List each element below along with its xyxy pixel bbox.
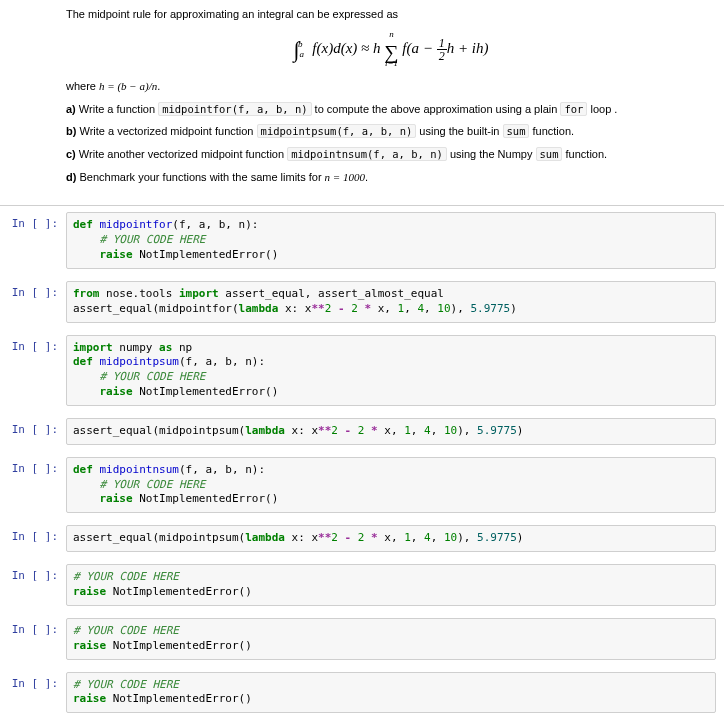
code-input[interactable]: # YOUR CODE HERE raise NotImplementedErr… <box>66 618 716 660</box>
input-prompt: In [ ]: <box>0 564 66 606</box>
code-input[interactable]: assert_equal(midpointpsum(lambda x: x**2… <box>66 525 716 552</box>
input-prompt: In [ ]: <box>0 281 66 323</box>
code-inline: midpointfor(f, a, b, n) <box>158 102 311 116</box>
code-cell: In [ ]:assert_equal(midpointpsum(lambda … <box>0 412 724 451</box>
input-prompt: In [ ]: <box>0 457 66 514</box>
code-input[interactable]: from nose.tools import assert_equal, ass… <box>66 281 716 323</box>
input-prompt: In [ ]: <box>0 418 66 445</box>
markdown-cell: The midpoint rule for approximating an i… <box>0 6 724 199</box>
input-prompt: In [ ]: <box>0 335 66 406</box>
input-prompt: In [ ]: <box>0 618 66 660</box>
code-cell: In [ ]:from nose.tools import assert_equ… <box>0 275 724 329</box>
code-cell: In [ ]:def midpointfor(f, a, b, n): # YO… <box>0 206 724 275</box>
item-a: a) Write a function midpointfor(f, a, b,… <box>66 101 716 118</box>
intro-line: The midpoint rule for approximating an i… <box>66 6 716 23</box>
code-input[interactable]: def midpointnsum(f, a, b, n): # YOUR COD… <box>66 457 716 514</box>
code-cell: In [ ]:# YOUR CODE HERE raise NotImpleme… <box>0 666 724 714</box>
item-c: c) Write another vectorized midpoint fun… <box>66 146 716 163</box>
code-cell: In [ ]:assert_equal(midpointpsum(lambda … <box>0 519 724 558</box>
input-prompt: In [ ]: <box>0 212 66 269</box>
code-cell: In [ ]:# YOUR CODE HERE raise NotImpleme… <box>0 612 724 666</box>
code-input[interactable]: import numpy as np def midpointpsum(f, a… <box>66 335 716 406</box>
code-cell: In [ ]:# YOUR CODE HERE raise NotImpleme… <box>0 558 724 612</box>
code-input[interactable]: # YOUR CODE HERE raise NotImplementedErr… <box>66 672 716 714</box>
code-input[interactable]: def midpointfor(f, a, b, n): # YOUR CODE… <box>66 212 716 269</box>
code-cell: In [ ]:import numpy as np def midpointps… <box>0 329 724 412</box>
input-prompt: In [ ]: <box>0 672 66 714</box>
code-inline: midpointpsum(f, a, b, n) <box>257 124 417 138</box>
notebook: The midpoint rule for approximating an i… <box>0 6 724 713</box>
input-prompt: In [ ]: <box>0 525 66 552</box>
code-cell: In [ ]:def midpointnsum(f, a, b, n): # Y… <box>0 451 724 520</box>
code-input[interactable]: # YOUR CODE HERE raise NotImplementedErr… <box>66 564 716 606</box>
code-inline: midpointnsum(f, a, b, n) <box>287 147 447 161</box>
item-b: b) Write a vectorized midpoint function … <box>66 123 716 140</box>
where-line: where h = (b − a)/n. <box>66 78 716 95</box>
code-inline: sum <box>536 147 563 161</box>
item-d: d) Benchmark your functions with the sam… <box>66 169 716 186</box>
code-inline: for <box>560 102 587 116</box>
math-equation: ∫ab f(x)d(x) ≈ h n ∑ i=1 f(a − 12h + ih) <box>66 29 716 69</box>
code-input[interactable]: assert_equal(midpointpsum(lambda x: x**2… <box>66 418 716 445</box>
code-inline: sum <box>503 124 530 138</box>
